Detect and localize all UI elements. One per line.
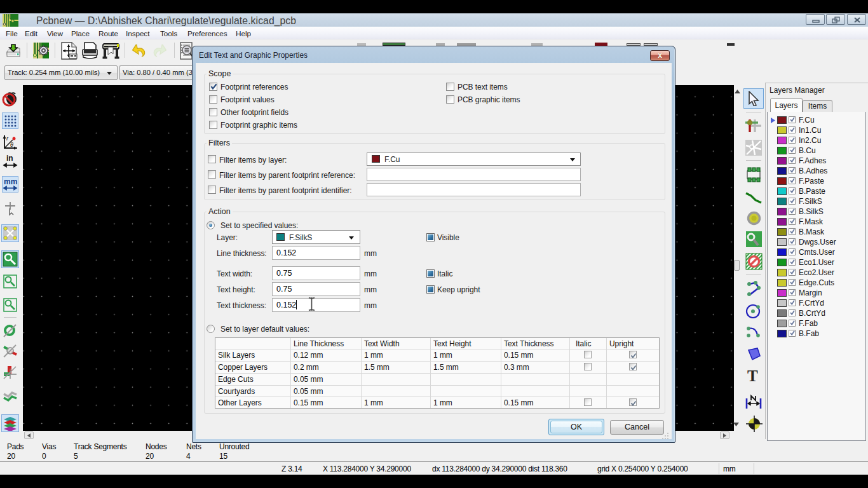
svg-text:r: r bbox=[6, 135, 9, 142]
svg-text:θ: θ bbox=[10, 142, 13, 148]
svg-text:mm: mm bbox=[4, 177, 17, 186]
svg-text:in: in bbox=[6, 154, 13, 163]
